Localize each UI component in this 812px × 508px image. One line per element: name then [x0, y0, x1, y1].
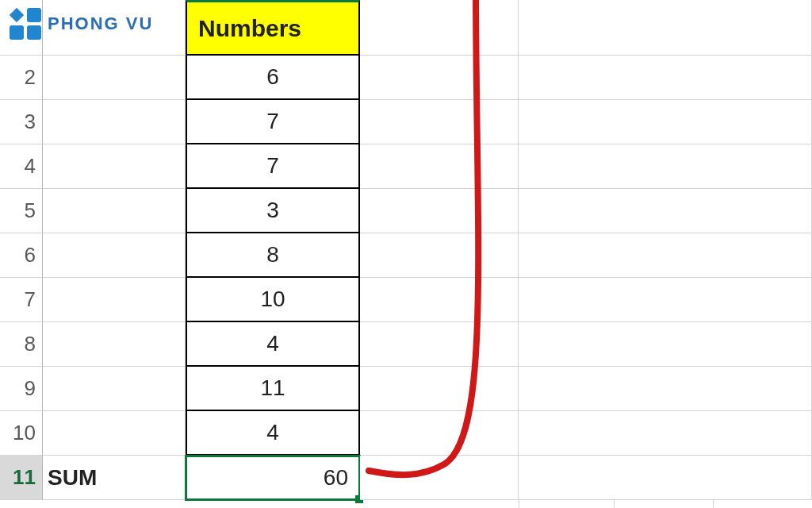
row-8[interactable]: 8 4 — [0, 322, 812, 367]
cell-B8[interactable]: 4 — [186, 322, 360, 367]
cell-rest[interactable] — [519, 0, 812, 56]
row-header[interactable]: 7 — [0, 278, 43, 322]
row-6[interactable]: 6 8 — [0, 233, 812, 278]
row-7[interactable]: 7 10 — [0, 278, 812, 322]
sum-result: 60 — [324, 465, 348, 491]
row-5[interactable]: 5 3 — [0, 189, 812, 233]
row-header[interactable]: 2 — [0, 56, 43, 100]
logo-icon — [10, 8, 41, 40]
row-10[interactable]: 10 4 — [0, 411, 812, 456]
cell-B3[interactable]: 7 — [186, 100, 360, 144]
sum-label[interactable]: SUM — [43, 456, 186, 500]
cell-B6[interactable]: 8 — [186, 233, 360, 278]
spreadsheet[interactable]: Numbers 2 6 3 7 4 7 5 3 6 8 7 — [0, 0, 812, 508]
cell-B10[interactable]: 4 — [186, 411, 360, 456]
row-header[interactable]: 6 — [0, 233, 43, 278]
cell-B5[interactable]: 3 — [186, 189, 360, 233]
row-header-active[interactable]: 11 — [0, 456, 43, 500]
cell-C2[interactable] — [360, 56, 519, 100]
active-cell-B11[interactable]: 60 — [186, 456, 360, 500]
watermark-logo: PHONG VU — [10, 8, 153, 40]
cell-A2[interactable] — [43, 56, 186, 100]
row-3[interactable]: 3 7 — [0, 100, 812, 144]
cell-B7[interactable]: 10 — [186, 278, 360, 322]
row-9[interactable]: 9 11 — [0, 367, 812, 411]
cell-B4[interactable]: 7 — [186, 144, 360, 189]
row-11[interactable]: 11 SUM 60 — [0, 456, 812, 500]
row-2[interactable]: 2 6 — [0, 56, 812, 100]
row-header[interactable]: 9 — [0, 367, 43, 411]
row-header[interactable]: 3 — [0, 100, 43, 144]
row-header[interactable]: 4 — [0, 144, 43, 189]
row-header[interactable]: 10 — [0, 411, 43, 456]
row-4[interactable]: 4 7 — [0, 144, 812, 189]
cell-B9[interactable]: 11 — [186, 367, 360, 411]
logo-text: PHONG VU — [48, 13, 153, 34]
cell-B2[interactable]: 6 — [186, 56, 360, 100]
row-header[interactable]: 5 — [0, 189, 43, 233]
table-header[interactable]: Numbers — [186, 0, 360, 56]
row-header[interactable]: 8 — [0, 322, 43, 367]
cell-C1[interactable] — [360, 0, 519, 56]
